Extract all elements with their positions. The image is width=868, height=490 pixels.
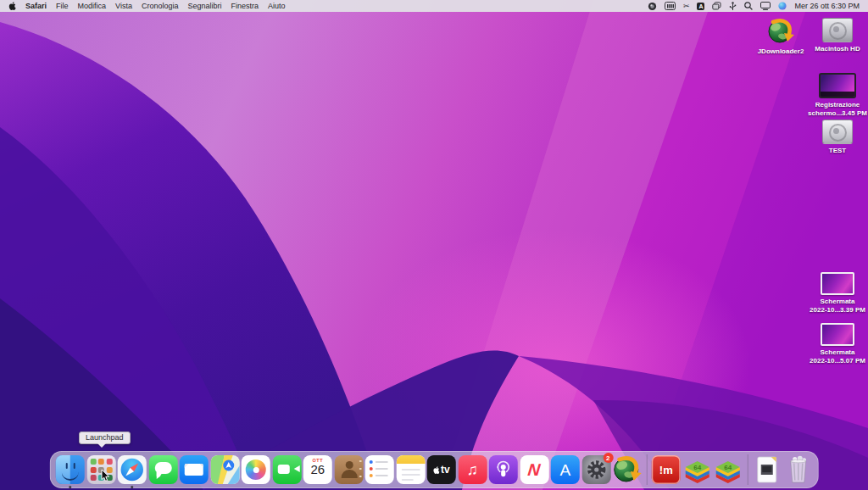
- desktop-screen: Safari File Modifica Vista Cronologia Se…: [0, 0, 868, 490]
- dock-item-music[interactable]: ♫: [458, 455, 487, 484]
- menu-finestra[interactable]: Finestra: [231, 2, 259, 10]
- facetime-icon: [272, 455, 301, 484]
- dock-item-appletv[interactable]: tv: [427, 455, 456, 484]
- trash-full-icon: [783, 455, 812, 484]
- dock-item-safari[interactable]: [118, 455, 147, 484]
- display-mirroring-icon[interactable]: [760, 2, 771, 11]
- desktop-icon-label: Macintosh HD: [815, 45, 860, 53]
- dock-item-im-app[interactable]: !m: [652, 455, 681, 484]
- safari-icon: [118, 455, 147, 484]
- menu-bar: Safari File Modifica Vista Cronologia Se…: [0, 0, 868, 12]
- news-letter: N: [527, 461, 542, 478]
- desktop-icon-label-line2: schermo...3.45 PM: [808, 109, 867, 118]
- reminders-icon: [365, 455, 394, 484]
- dock-item-finder[interactable]: [56, 455, 85, 484]
- screenshot-thumbnail-icon: [821, 272, 854, 295]
- app-store-icon: A: [551, 455, 580, 484]
- menu-modifica[interactable]: Modifica: [78, 2, 107, 10]
- desktop-icon-macintosh-hd[interactable]: Macintosh HD: [809, 18, 866, 53]
- spotlight-icon[interactable]: [744, 2, 753, 11]
- dock-item-photos[interactable]: [242, 455, 270, 484]
- screen-recording-thumbnail-icon: [819, 73, 856, 98]
- dock-item-contacts[interactable]: [334, 455, 363, 484]
- dock-item-appstore[interactable]: A: [551, 455, 580, 484]
- screenshot-thumbnail-icon: [821, 323, 854, 346]
- desktop-icon-schermata-339[interactable]: Schermata 2022-10...3.39 PM: [809, 272, 866, 314]
- dock-item-bluestacks-2[interactable]: 64: [714, 455, 743, 484]
- dock-item-facetime[interactable]: [272, 455, 301, 484]
- dock-item-notes[interactable]: [396, 455, 425, 484]
- eye-indicator-icon[interactable]: [648, 2, 657, 11]
- music-icon: ♫: [458, 455, 487, 484]
- mouse-cursor: [101, 470, 111, 482]
- menu-file[interactable]: File: [56, 2, 69, 10]
- menu-bar-status-area: ✂ A Mer 26 ott 6:30 PM: [648, 2, 860, 11]
- external-drive-icon: [822, 120, 853, 144]
- bluestacks-64-label: 64: [724, 464, 732, 471]
- appletv-label: tv: [441, 464, 450, 476]
- notification-badge: 2: [603, 453, 613, 463]
- im-app-icon: !m: [652, 455, 681, 484]
- apple-menu-icon[interactable]: [8, 2, 16, 10]
- scissors-icon[interactable]: ✂: [683, 2, 690, 11]
- video-filmstrip-bar: [821, 92, 854, 97]
- menu-cronologia[interactable]: Cronologia: [142, 2, 179, 10]
- desktop-icon-registrazione-schermo[interactable]: Registrazione schermo...3.45 PM: [809, 73, 866, 117]
- menu-vista[interactable]: Vista: [115, 2, 132, 10]
- maps-icon: [210, 455, 239, 484]
- desktop-icon-test-drive[interactable]: TEST: [809, 120, 866, 155]
- finder-icon: [56, 455, 85, 484]
- meter-icon[interactable]: [665, 2, 676, 11]
- dock-tooltip: Launchpad: [79, 432, 131, 444]
- dock-item-document[interactable]: [753, 455, 782, 484]
- news-icon: N: [520, 455, 548, 484]
- podcasts-icon: [489, 455, 518, 484]
- apple-tv-icon: tv: [427, 455, 456, 484]
- desktop-icon-jdownloader2[interactable]: JDownloader2: [752, 18, 810, 56]
- im-app-label: !m: [659, 465, 673, 476]
- jdownloader-globe-icon: [767, 18, 794, 45]
- dock-item-trash[interactable]: [783, 455, 812, 484]
- calendar-icon: OTT 26: [303, 455, 332, 484]
- desktop-icon-label: JDownloader2: [758, 47, 804, 56]
- jdownloader-icon: [613, 455, 642, 484]
- dock: OTT 26 tv: [50, 451, 819, 488]
- desktop-icon-label-line2: 2022-10...3.39 PM: [810, 306, 865, 315]
- stage-copy-icon[interactable]: [712, 2, 721, 11]
- monterey-wallpaper: [0, 0, 868, 490]
- input-source-icon[interactable]: A: [697, 2, 704, 11]
- dock-item-mail[interactable]: [180, 455, 209, 484]
- menu-segnalibri[interactable]: Segnalibri: [187, 2, 221, 10]
- dock-item-bluestacks-1[interactable]: 64: [682, 455, 711, 484]
- apple-logo-glyph: [433, 466, 440, 474]
- music-note-glyph: ♫: [467, 462, 479, 477]
- dock-item-maps[interactable]: [210, 455, 239, 484]
- desktop-icon-schermata-507[interactable]: Schermata 2022-10...5.07 PM: [809, 323, 866, 365]
- menu-aiuto[interactable]: Aiuto: [268, 2, 286, 10]
- appstore-letter: A: [559, 462, 570, 478]
- dock-item-jdownloader[interactable]: [613, 455, 642, 484]
- menu-bar-clock[interactable]: Mer 26 ott 6:30 PM: [794, 2, 860, 10]
- bluestacks-icon: 64: [714, 455, 743, 484]
- dock-item-news[interactable]: N: [520, 455, 548, 484]
- desktop-icon-label: Schermata: [821, 348, 855, 357]
- document-file-icon: [753, 455, 782, 484]
- photos-icon: [242, 455, 270, 484]
- dock-item-system-preferences[interactable]: 2: [581, 455, 610, 484]
- input-source-letter: A: [697, 3, 704, 10]
- desktop-icon-label: Schermata: [821, 298, 855, 306]
- messages-icon: [148, 455, 177, 484]
- desktop-icon-label: Registrazione: [815, 101, 860, 109]
- dock-item-messages[interactable]: [148, 455, 177, 484]
- calendar-day: 26: [310, 463, 325, 476]
- siri-icon[interactable]: [778, 2, 787, 11]
- running-indicator: [69, 486, 71, 488]
- dock-item-reminders[interactable]: [365, 455, 394, 484]
- active-app-menu[interactable]: Safari: [25, 2, 47, 10]
- menu-bar-left: Safari File Modifica Vista Cronologia Se…: [8, 2, 286, 10]
- dock-item-podcasts[interactable]: [489, 455, 518, 484]
- contacts-icon: [334, 455, 363, 484]
- usb-device-icon[interactable]: [729, 2, 737, 11]
- notes-icon: [396, 455, 425, 484]
- dock-item-calendar[interactable]: OTT 26: [303, 455, 332, 484]
